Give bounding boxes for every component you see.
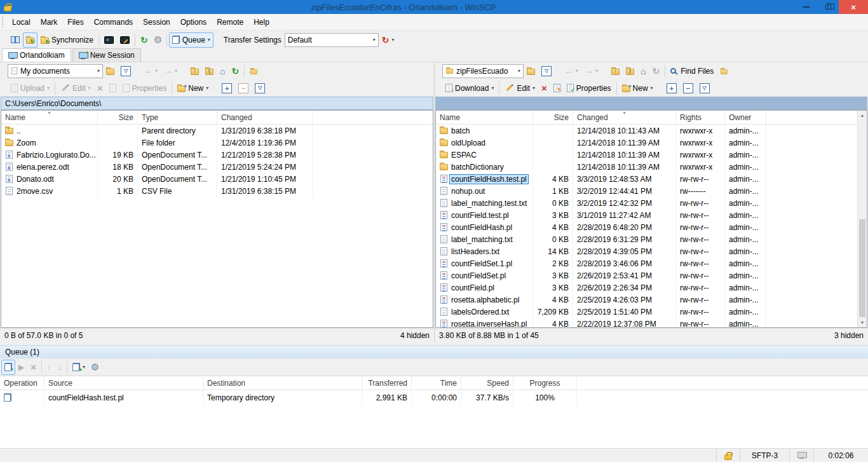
remote-tree-button[interactable]: [717, 64, 731, 79]
remote-refresh-button[interactable]: ↻: [649, 64, 663, 79]
file-row[interactable]: rosetta.alphabetic.pl4 KB2/25/2019 4:26:…: [436, 294, 867, 306]
file-row[interactable]: Fabrizio.Logiurato.Do...19 KBOpenDocumen…: [1, 149, 433, 161]
preferences-button[interactable]: [151, 32, 165, 48]
remote-path-bar[interactable]: [435, 97, 867, 110]
file-row[interactable]: labelsOrdered.txt7,209 KB2/25/2019 1:51:…: [436, 306, 867, 318]
minimize-button[interactable]: [796, 0, 817, 14]
local-tree-button[interactable]: ·: [247, 64, 261, 79]
download-button[interactable]: ↓ Download ▾: [442, 81, 497, 96]
file-row[interactable]: ZoomFile folder12/4/2018 1:19:36 PM: [1, 137, 433, 149]
remote-rename-button[interactable]: ✎: [550, 81, 564, 96]
file-row[interactable]: Donato.odt20 KBOpenDocument T...1/21/201…: [1, 173, 433, 185]
local-new-button[interactable]: + New ▾: [174, 81, 212, 96]
remote-select-button[interactable]: +: [663, 81, 680, 96]
file-row[interactable]: nohup.out1 KB3/2/2019 12:44:41 PMrw-----…: [436, 185, 867, 197]
console-tools-button[interactable]: [117, 32, 133, 48]
menu-files[interactable]: Files: [62, 14, 88, 30]
file-row[interactable]: batchDictionary12/14/2018 10:11:39 AMrwx…: [436, 161, 867, 173]
remote-properties-button[interactable]: ✓ Properties: [564, 81, 614, 96]
file-row[interactable]: label_matching.txt0 KB2/28/2019 6:31:29 …: [436, 233, 867, 245]
remote-forward-button[interactable]: →▾: [581, 64, 601, 79]
scroll-thumb[interactable]: [859, 219, 865, 318]
commander-view-button[interactable]: ↻: [23, 32, 37, 48]
file-row[interactable]: rosetta.inverseHash.pl4 KB2/22/2019 12:3…: [436, 318, 867, 327]
local-properties-button[interactable]: Properties: [119, 81, 170, 96]
synchronize-button[interactable]: ↻ Synchronize: [37, 32, 97, 48]
column-header-size[interactable]: Size: [98, 111, 138, 124]
queue-move-up-button[interactable]: ↑: [44, 360, 55, 375]
local-back-button[interactable]: ←▾: [141, 64, 161, 79]
column-header-name[interactable]: Name: [436, 111, 533, 124]
file-row[interactable]: label_matching.test.txt0 KB3/2/2019 12:4…: [436, 197, 867, 209]
file-row[interactable]: ..Parent directory1/31/2019 6:38:18 PM: [1, 125, 433, 137]
local-edit-button[interactable]: Edit ▾: [57, 81, 94, 96]
column-header-owner[interactable]: Owner: [725, 111, 766, 124]
find-files-button[interactable]: Find Files: [667, 64, 717, 79]
local-selection-filter-button[interactable]: ▽: [252, 81, 268, 96]
file-row[interactable]: elena.perez.odt18 KBOpenDocument T...1/2…: [1, 161, 433, 173]
local-path-bar[interactable]: C:\Users\Enrico\Documents\: [1, 97, 433, 110]
local-select-button[interactable]: +: [219, 81, 235, 96]
queue-column-header-source[interactable]: Source: [44, 376, 203, 390]
local-parent-dir-button[interactable]: ↑: [187, 64, 202, 79]
restore-button[interactable]: [817, 0, 839, 14]
queue-column-header-progress[interactable]: Progress: [513, 376, 577, 390]
menu-local[interactable]: Local: [7, 14, 36, 30]
local-forward-button[interactable]: →▾: [161, 64, 180, 79]
remote-root-dir-button[interactable]: /: [623, 64, 637, 79]
file-row[interactable]: countFieldSet.1.pl2 KB2/28/2019 3:46:06 …: [436, 257, 867, 269]
queue-column-header-speed[interactable]: Speed: [461, 376, 513, 390]
refresh-session-button[interactable]: ↻: [137, 32, 151, 48]
transfer-settings-combo[interactable]: Default ▾: [285, 33, 379, 47]
local-open-directory-button[interactable]: [103, 64, 118, 79]
remote-delete-button[interactable]: ×: [538, 81, 550, 96]
column-header-type[interactable]: Type: [138, 111, 217, 124]
tab-new-session[interactable]: + New Session: [72, 48, 141, 62]
remote-parent-dir-button[interactable]: ↑: [608, 64, 623, 79]
connection-status[interactable]: [789, 449, 813, 462]
local-delete-button[interactable]: ×: [94, 81, 106, 96]
column-header-changed[interactable]: Changed▾: [573, 111, 676, 124]
menu-remote[interactable]: Remote: [212, 14, 248, 30]
local-root-dir-button[interactable]: \: [202, 64, 217, 79]
tab-session-orlandolkiam[interactable]: Orlandolkiam: [2, 48, 71, 62]
file-row-selected[interactable]: countFieldHash.test.pl4 KB3/3/2019 12:48…: [436, 173, 867, 185]
queue-delete-button[interactable]: ×: [27, 360, 39, 375]
file-row[interactable]: countField.pl3 KB2/26/2019 2:26:34 PMrw-…: [436, 282, 867, 294]
scroll-up-icon[interactable]: ▲: [858, 111, 867, 120]
file-row[interactable]: ESPAC12/14/2018 10:11:39 AMrwxrwxr-xadmi…: [436, 149, 867, 161]
encryption-status[interactable]: [716, 449, 740, 462]
remote-location-combo[interactable]: zipFilesEcuado ▾: [442, 64, 524, 78]
menu-options[interactable]: Options: [175, 14, 212, 30]
local-home-button[interactable]: ⌂: [217, 64, 228, 79]
menu-help[interactable]: Help: [248, 14, 275, 30]
column-header-name[interactable]: Name▾: [1, 111, 98, 124]
menu-mark[interactable]: Mark: [36, 14, 63, 30]
remote-back-button[interactable]: ←▾: [562, 64, 581, 79]
column-header-changed[interactable]: Changed: [217, 111, 313, 124]
queue-show-button[interactable]: ▶: [1, 360, 15, 375]
upload-button[interactable]: Upload ▾: [8, 81, 53, 96]
queue-toggle-button[interactable]: Queue ▾: [169, 32, 214, 48]
menu-session[interactable]: Session: [138, 14, 175, 30]
column-header-size[interactable]: Size: [533, 111, 573, 124]
queue-column-header-operation[interactable]: Operation: [0, 376, 44, 390]
file-row[interactable]: countField.test.pl3 KB3/1/2019 11:27:42 …: [436, 209, 867, 221]
local-rename-button[interactable]: [106, 81, 119, 96]
remote-scrollbar[interactable]: ▲ ▼: [857, 111, 867, 327]
session-duration[interactable]: 0:02:06: [813, 449, 868, 462]
local-filter-button[interactable]: ▽: [118, 64, 134, 79]
protocol-status[interactable]: SFTP-3: [740, 449, 789, 462]
queue-move-down-button[interactable]: ↓: [55, 360, 65, 375]
menu-commands[interactable]: Commands: [89, 14, 138, 30]
transfer-preset-button[interactable]: ↻ ▾: [379, 32, 398, 48]
remote-selection-filter-button[interactable]: ▽: [696, 81, 713, 96]
queue-preferences-button[interactable]: [88, 360, 102, 375]
queue-column-header-transferred[interactable]: Transferred: [362, 376, 412, 390]
file-row[interactable]: countFieldHash.pl4 KB2/28/2019 6:48:20 P…: [436, 221, 867, 233]
remote-home-button[interactable]: ⌂: [637, 64, 649, 79]
file-row[interactable]: listHeaders.txt14 KB2/28/2019 4:39:05 PM…: [436, 245, 867, 257]
close-button[interactable]: ×: [839, 0, 868, 14]
file-row[interactable]: batch12/14/2018 10:11:43 AMrwxrwxr-xadmi…: [436, 125, 867, 137]
queue-column-header-time[interactable]: Time: [412, 376, 461, 390]
